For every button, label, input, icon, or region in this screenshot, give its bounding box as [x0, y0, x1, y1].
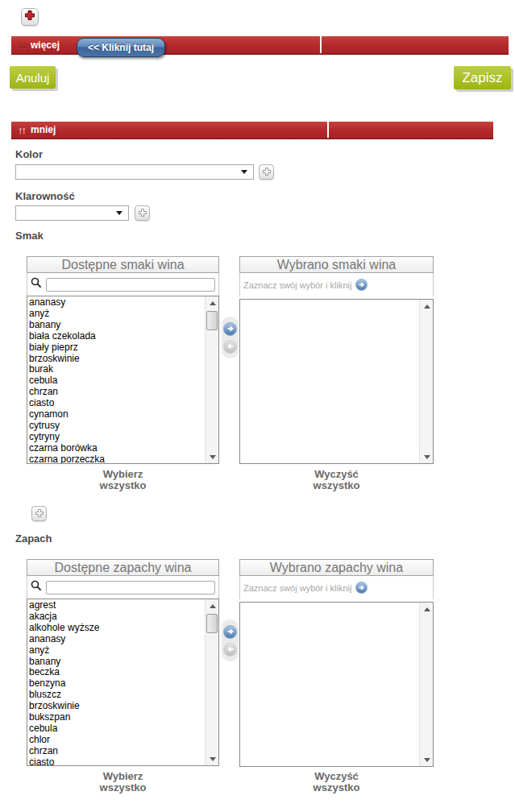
- list-item[interactable]: ananasy: [29, 634, 205, 645]
- list-item[interactable]: biały pieprz: [29, 342, 205, 354]
- zapach-selected-items: [240, 603, 419, 766]
- bar-divider: [327, 122, 329, 138]
- select-all-line2: wszystko: [27, 480, 219, 491]
- list-item[interactable]: ananasy: [29, 297, 205, 309]
- list-item[interactable]: cebula: [29, 375, 205, 387]
- list-item[interactable]: akacja: [29, 611, 205, 623]
- plus-icon: [35, 507, 44, 521]
- list-item[interactable]: chrzan: [29, 387, 205, 398]
- list-item[interactable]: bluszcz: [29, 690, 205, 701]
- more-bar-label: więcej: [29, 39, 60, 51]
- triangle-down-icon: [424, 758, 430, 762]
- move-right-button[interactable]: [223, 625, 237, 639]
- zapach-select-all-link[interactable]: Wybierz wszystko: [27, 771, 219, 793]
- list-item[interactable]: benzyna: [29, 678, 205, 690]
- wine-edit-form: ↓↓ więcej << Kliknij tutaj Anuluj Zapisz…: [0, 0, 515, 812]
- klarownosc-select[interactable]: [15, 205, 129, 221]
- scrollbar-thumb[interactable]: [206, 614, 218, 633]
- zapach-available-header: Dostępne zapachy wina: [27, 559, 219, 576]
- move-left-button[interactable]: [223, 340, 237, 354]
- less-bar[interactable]: ↑↑ mniej: [11, 122, 493, 139]
- list-item[interactable]: cytryny: [29, 432, 205, 443]
- zapach-available-list[interactable]: agrestakacjaalkohole wyższeananasyanyżba…: [27, 599, 219, 766]
- triangle-up-icon: [424, 304, 430, 309]
- list-item[interactable]: brzoskwinie: [29, 354, 205, 365]
- zapach-search-input[interactable]: [46, 581, 215, 594]
- scrollbar[interactable]: [205, 599, 218, 765]
- move-right-button[interactable]: [223, 322, 237, 336]
- list-item[interactable]: banany: [29, 657, 205, 668]
- list-item[interactable]: alkohole wyższe: [29, 623, 205, 634]
- zapach-selected-list[interactable]: [239, 602, 434, 767]
- kliknij-tutaj-button[interactable]: << Kliknij tutaj: [77, 38, 165, 57]
- plus-icon: [262, 165, 272, 180]
- list-item[interactable]: agrest: [29, 600, 205, 611]
- search-icon: [31, 580, 42, 594]
- list-item[interactable]: chlor: [29, 735, 205, 746]
- list-item[interactable]: chrzan: [29, 746, 205, 757]
- kolor-label: Kolor: [15, 148, 43, 160]
- smak-select-all-link[interactable]: Wybierz wszystko: [27, 469, 219, 491]
- list-item[interactable]: cebula: [29, 723, 205, 735]
- list-item[interactable]: bukszpan: [29, 712, 205, 723]
- list-item[interactable]: beczka: [29, 667, 205, 678]
- chevron-down-icon: [116, 211, 123, 215]
- scroll-up-button[interactable]: [420, 300, 434, 313]
- add-smak-button[interactable]: [31, 506, 47, 521]
- scroll-down-button[interactable]: [206, 450, 219, 463]
- zapach-instruction-row: Zaznacz swój wybór i kliknij: [239, 576, 434, 599]
- scroll-down-button[interactable]: [420, 450, 434, 463]
- scrollbar[interactable]: [205, 296, 218, 463]
- zapach-transfer-controls: [222, 619, 239, 661]
- smak-search-input[interactable]: [46, 278, 215, 292]
- list-item[interactable]: czarna borówka: [29, 443, 205, 454]
- smak-selected-header: Wybrano smaki wina: [239, 256, 434, 273]
- zapach-label: Zapach: [15, 532, 52, 545]
- add-kolor-button[interactable]: [259, 164, 274, 180]
- add-button[interactable]: [21, 8, 39, 26]
- list-item[interactable]: ciasto: [29, 757, 205, 765]
- kolor-select[interactable]: [15, 164, 254, 180]
- scrollbar-thumb[interactable]: [206, 311, 218, 330]
- list-item[interactable]: biała czekolada: [29, 331, 205, 342]
- scroll-down-button[interactable]: [420, 753, 434, 766]
- double-up-arrow-icon: ↑↑: [18, 124, 25, 136]
- select-all-line2: wszystko: [27, 782, 219, 793]
- clear-all-line2: wszystko: [239, 480, 434, 491]
- arrow-right-circle-icon: [355, 279, 368, 291]
- klarownosc-label: Klarowność: [15, 190, 75, 202]
- list-item[interactable]: anyż: [29, 645, 205, 657]
- zapach-clear-all-link[interactable]: Wyczyść wszystko: [239, 771, 434, 793]
- scroll-up-button[interactable]: [206, 599, 219, 612]
- list-item[interactable]: cytrusy: [29, 420, 205, 432]
- zapach-search-row: [27, 576, 219, 599]
- select-all-line1: Wybierz: [27, 771, 219, 782]
- scroll-up-button[interactable]: [206, 296, 219, 309]
- bar-divider: [320, 36, 322, 53]
- instruction-text: Zaznacz swój wybór i kliknij: [243, 583, 351, 593]
- scroll-up-button[interactable]: [420, 603, 434, 615]
- smak-clear-all-link[interactable]: Wyczyść wszystko: [239, 469, 434, 491]
- add-klarownosc-button[interactable]: [135, 205, 150, 221]
- smak-selected-list[interactable]: [239, 299, 434, 464]
- list-item[interactable]: ciasto: [29, 398, 205, 409]
- list-item[interactable]: cynamon: [29, 409, 205, 420]
- list-item[interactable]: banany: [29, 320, 205, 331]
- scrollbar[interactable]: [419, 603, 433, 766]
- smak-available-list[interactable]: ananasyanyżbananybiała czekoladabiały pi…: [27, 296, 219, 464]
- triangle-down-icon: [210, 757, 216, 761]
- list-item[interactable]: brzoskwinie: [29, 701, 205, 712]
- smak-selected-items: [240, 300, 419, 463]
- select-all-line1: Wybierz: [27, 469, 219, 480]
- save-button[interactable]: Zapisz: [454, 66, 511, 89]
- chevron-down-icon: [241, 170, 247, 174]
- scrollbar[interactable]: [419, 300, 433, 463]
- list-item[interactable]: burak: [29, 364, 205, 375]
- list-item[interactable]: czarna porzeczka: [29, 454, 205, 463]
- move-left-button[interactable]: [223, 643, 237, 657]
- search-icon: [31, 277, 42, 292]
- list-item[interactable]: anyż: [29, 309, 205, 320]
- double-down-arrow-icon: ↓↓: [18, 39, 25, 51]
- cancel-button[interactable]: Anuluj: [10, 66, 56, 89]
- scroll-down-button[interactable]: [206, 752, 219, 765]
